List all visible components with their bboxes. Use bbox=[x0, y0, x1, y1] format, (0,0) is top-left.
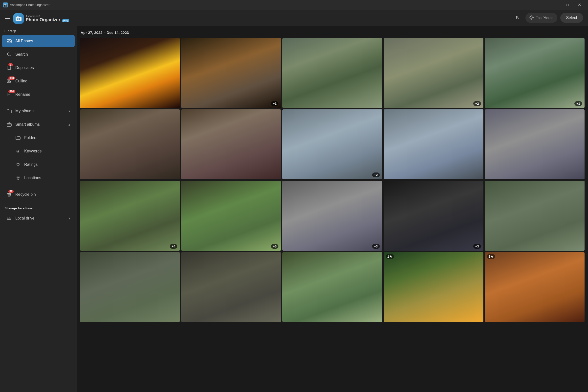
sidebar-item-folders-label: Folders bbox=[24, 136, 70, 140]
maximize-button[interactable]: □ bbox=[562, 1, 573, 9]
svg-rect-14 bbox=[7, 110, 11, 113]
svg-point-16 bbox=[17, 177, 18, 178]
smart-albums-chevron: ▴ bbox=[68, 122, 70, 126]
toolbar-right: ↻ Top Photos Select bbox=[513, 13, 583, 23]
app-icon: 📷 bbox=[3, 2, 8, 8]
photo-item[interactable]: +2 bbox=[384, 38, 483, 108]
svg-rect-13 bbox=[7, 93, 11, 96]
photo-item[interactable] bbox=[181, 252, 281, 322]
sidebar-item-culling-label: Culling bbox=[15, 79, 70, 84]
main-content: ↻ Top Photos Select Apr 27, 2022 – Dec 1… bbox=[77, 10, 588, 392]
locations-icon bbox=[15, 175, 21, 181]
minimize-button[interactable]: ─ bbox=[550, 1, 561, 9]
sidebar-item-search-label: Search bbox=[15, 52, 70, 57]
photo-item[interactable]: +1 bbox=[181, 38, 281, 108]
library-section-label: Library bbox=[0, 27, 77, 34]
svg-rect-10 bbox=[7, 66, 10, 69]
photo-item[interactable] bbox=[485, 110, 585, 179]
photo-star-badge: 1★ bbox=[386, 254, 394, 259]
photo-item[interactable] bbox=[282, 38, 382, 108]
sidebar: Ashampoo® Photo Organizer PRO Library Al… bbox=[0, 10, 77, 392]
sidebar-item-local-drive-label: Local drive bbox=[15, 216, 65, 220]
svg-rect-17 bbox=[7, 217, 11, 220]
svg-text:📷: 📷 bbox=[4, 3, 7, 7]
photo-count-badge: +3 bbox=[372, 244, 380, 249]
svg-point-19 bbox=[531, 17, 532, 18]
svg-point-18 bbox=[8, 219, 8, 220]
sidebar-item-smart-albums[interactable]: Smart albums ▴ bbox=[2, 118, 75, 131]
logo-brand: Ashampoo® bbox=[26, 15, 69, 18]
sidebar-item-recycle-bin-label: Recycle bin bbox=[15, 192, 70, 197]
divider-3 bbox=[4, 203, 72, 203]
sidebar-item-locations[interactable]: Locations bbox=[2, 172, 75, 184]
sidebar-item-rename-label: Rename bbox=[15, 92, 70, 97]
photo-item[interactable]: +4 bbox=[80, 181, 180, 250]
photo-item[interactable] bbox=[80, 252, 180, 322]
divider-1 bbox=[4, 103, 72, 103]
top-photos-button[interactable]: Top Photos bbox=[526, 13, 557, 23]
divider-2 bbox=[4, 186, 72, 186]
photo-item[interactable] bbox=[80, 38, 180, 108]
all-photos-icon bbox=[6, 38, 12, 44]
sidebar-item-culling[interactable]: 118 Culling bbox=[2, 75, 75, 87]
photo-item[interactable]: 2★ bbox=[485, 252, 585, 322]
sidebar-item-keywords-label: Keywords bbox=[24, 149, 70, 154]
svg-point-12 bbox=[10, 81, 11, 82]
local-drive-chevron: ▾ bbox=[68, 216, 70, 220]
photo-item[interactable] bbox=[282, 252, 382, 322]
sidebar-item-smart-albums-label: Smart albums bbox=[15, 122, 65, 127]
svg-rect-5 bbox=[17, 16, 18, 17]
logo-title: Photo Organizer bbox=[26, 18, 60, 22]
photo-item[interactable] bbox=[485, 181, 585, 250]
photo-item[interactable]: +2 bbox=[282, 110, 382, 179]
sidebar-item-keywords[interactable]: Keywords bbox=[2, 145, 75, 158]
date-range: Apr 27, 2022 – Dec 14, 2023 bbox=[79, 28, 586, 37]
ratings-icon bbox=[15, 162, 21, 167]
photo-count-badge: +2 bbox=[372, 172, 380, 177]
sidebar-item-local-drive[interactable]: Local drive ▾ bbox=[2, 212, 75, 224]
title-bar: 📷 Ashampoo Photo Organizer ─ □ ✕ bbox=[0, 0, 588, 10]
recycle-bin-badge: 22 bbox=[8, 190, 13, 193]
svg-rect-15 bbox=[7, 124, 11, 126]
photo-item[interactable] bbox=[181, 110, 281, 179]
photo-item[interactable] bbox=[80, 110, 180, 179]
my-albums-icon bbox=[6, 108, 12, 114]
photo-item[interactable]: +3 bbox=[282, 181, 382, 250]
sidebar-item-recycle-bin[interactable]: 22 Recycle bin bbox=[2, 188, 75, 201]
photo-count-badge: +1 bbox=[271, 101, 279, 106]
app-logo: Ashampoo® Photo Organizer PRO bbox=[13, 13, 69, 24]
sidebar-item-all-photos[interactable]: All Photos bbox=[2, 35, 75, 47]
gear-icon bbox=[529, 15, 534, 20]
logo-text: Ashampoo® Photo Organizer PRO bbox=[26, 15, 69, 22]
select-button[interactable]: Select bbox=[560, 13, 583, 23]
sidebar-item-locations-label: Locations bbox=[24, 176, 70, 180]
photo-count-badge: +1 bbox=[575, 101, 582, 106]
sidebar-item-ratings[interactable]: Ratings bbox=[2, 158, 75, 171]
photo-item[interactable]: +1 bbox=[485, 38, 585, 108]
photo-item[interactable] bbox=[384, 110, 483, 179]
sidebar-item-duplicates[interactable]: 9 Duplicates bbox=[2, 62, 75, 74]
photo-area[interactable]: Apr 27, 2022 – Dec 14, 2023 +1 +2 +1 bbox=[77, 26, 588, 392]
photo-item[interactable]: +3 bbox=[384, 181, 483, 250]
logo-pro-badge: PRO bbox=[62, 19, 69, 22]
rename-badge: 284 bbox=[8, 90, 15, 93]
close-button[interactable]: ✕ bbox=[574, 1, 585, 9]
keywords-icon bbox=[15, 148, 21, 154]
search-icon bbox=[6, 52, 12, 57]
hamburger-button[interactable] bbox=[4, 16, 11, 21]
photo-count-badge: +2 bbox=[473, 101, 481, 106]
photo-item[interactable]: 1★ bbox=[384, 252, 483, 322]
top-photos-label: Top Photos bbox=[536, 16, 553, 20]
storage-locations-label: Storage locations bbox=[0, 204, 77, 212]
sidebar-item-search[interactable]: Search bbox=[2, 48, 75, 61]
sidebar-item-ratings-label: Ratings bbox=[24, 162, 70, 167]
smart-albums-icon bbox=[6, 122, 12, 127]
main-toolbar: ↻ Top Photos Select bbox=[77, 10, 588, 26]
sidebar-item-rename[interactable]: 284 Rename bbox=[2, 88, 75, 101]
refresh-button[interactable]: ↻ bbox=[513, 13, 523, 23]
photo-item[interactable]: +5 bbox=[181, 181, 281, 250]
photo-count-badge: +3 bbox=[473, 244, 481, 249]
sidebar-item-folders[interactable]: Folders bbox=[2, 132, 75, 144]
folders-icon bbox=[15, 135, 21, 140]
sidebar-item-my-albums[interactable]: My albums ▾ bbox=[2, 105, 75, 117]
